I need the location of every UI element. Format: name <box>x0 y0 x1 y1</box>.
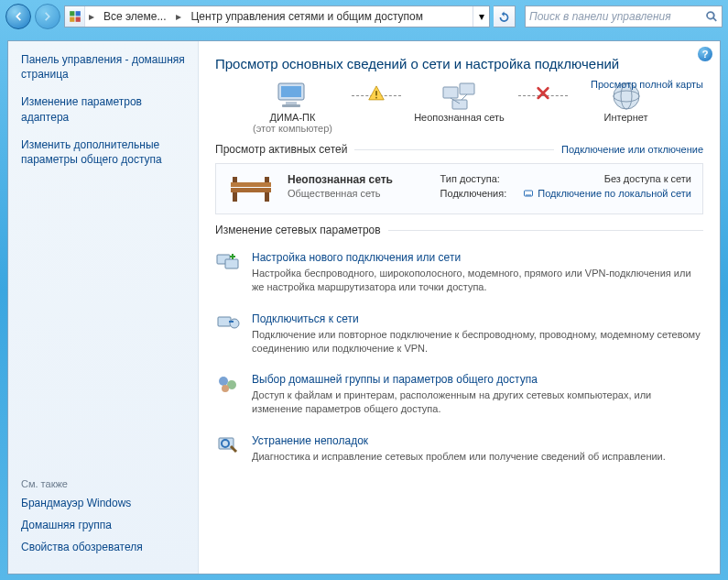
network-name: Неопознанная сеть <box>288 173 393 186</box>
setting-title-link[interactable]: Устранение неполадок <box>252 434 666 447</box>
content-pane: ? Просмотр основных сведений о сети и на… <box>199 41 720 574</box>
crumb-network-center[interactable]: Центр управления сетями и общим доступом <box>185 6 429 27</box>
ethernet-icon <box>523 188 534 199</box>
setting-desc: Настройка беспроводного, широкополосного… <box>252 267 703 294</box>
setting-new-connection: Настройка нового подключения или сети На… <box>215 244 703 305</box>
svg-rect-12 <box>452 100 467 109</box>
network-icon <box>440 81 479 112</box>
search-input[interactable]: Поиск в панели управления <box>525 5 723 27</box>
page-title: Просмотр основных сведений о сети и наст… <box>215 56 703 71</box>
warning-icon <box>368 84 385 104</box>
help-button[interactable]: ? <box>698 47 712 61</box>
svg-rect-19 <box>231 188 271 192</box>
see-also-homegroup[interactable]: Домашняя группа <box>21 519 185 531</box>
svg-point-32 <box>219 377 228 386</box>
chevron-right-icon: ▸ <box>85 6 98 27</box>
crumb-all-items[interactable]: Все элеме... <box>98 6 172 27</box>
setting-desc: Подключение или повторное подключение к … <box>252 328 703 356</box>
sidebar-item-adapter[interactable]: Изменение параметров адаптера <box>21 94 185 124</box>
setting-title-link[interactable]: Настройка нового подключения или сети <box>252 251 703 264</box>
connection-link-label: Подключение по локальной сети <box>538 188 691 199</box>
svg-rect-7 <box>282 104 300 107</box>
setting-homegroup: Выбор домашней группы и параметров общег… <box>215 366 703 427</box>
sidebar-item-sharing[interactable]: Изменить дополнительные параметры общего… <box>21 137 185 167</box>
setting-desc: Доступ к файлам и принтерам, расположенн… <box>252 388 703 416</box>
back-button[interactable] <box>5 4 31 29</box>
node-label: Неопознанная сеть <box>414 112 505 123</box>
new-connection-icon <box>215 251 241 273</box>
svg-rect-25 <box>527 194 527 196</box>
svg-rect-5 <box>281 86 301 97</box>
search-icon <box>705 10 718 23</box>
svg-rect-27 <box>530 194 531 196</box>
error-x-icon <box>536 85 550 103</box>
prop-access-value: Без доступа к сети <box>523 173 691 184</box>
svg-rect-9 <box>375 96 377 98</box>
homegroup-icon <box>215 373 241 395</box>
svg-rect-29 <box>225 259 238 268</box>
svg-rect-26 <box>528 194 529 196</box>
breadcrumb[interactable]: ▸ Все элеме... ▸ Центр управления сетями… <box>64 5 490 27</box>
svg-rect-18 <box>231 182 271 187</box>
refresh-button[interactable] <box>494 5 516 27</box>
svg-rect-2 <box>70 17 74 22</box>
setting-troubleshoot: Устранение неполадок Диагностика и испра… <box>215 427 703 475</box>
svg-rect-20 <box>233 192 237 202</box>
svg-rect-3 <box>75 17 80 22</box>
see-also-internet-options[interactable]: Свойства обозревателя <box>21 541 185 553</box>
node-label: Интернет <box>604 112 648 123</box>
setting-connect-network: Подключиться к сети Подключение или повт… <box>215 305 703 367</box>
setting-desc: Диагностика и исправление сетевых пробле… <box>252 450 666 464</box>
svg-rect-23 <box>265 177 269 182</box>
svg-point-34 <box>222 385 229 392</box>
see-also-header: См. также <box>21 478 185 489</box>
prop-connection-label: Подключения: <box>440 188 507 199</box>
control-panel-icon <box>65 6 85 27</box>
svg-point-31 <box>230 319 239 328</box>
map-node-unknown-network[interactable]: Неопознанная сеть <box>405 81 515 123</box>
sidebar-home-link[interactable]: Панель управления - домашняя страница <box>21 52 185 82</box>
map-node-this-pc[interactable]: ДИМА-ПК (этот компьютер) <box>238 81 348 134</box>
forward-button[interactable] <box>35 4 60 29</box>
see-also-firewall[interactable]: Брандмауэр Windows <box>21 497 185 509</box>
arrow-right-icon <box>41 10 54 23</box>
svg-rect-10 <box>443 87 458 98</box>
setting-title-link[interactable]: Подключиться к сети <box>252 312 703 325</box>
refresh-icon <box>498 11 510 23</box>
bench-icon <box>227 173 275 204</box>
settings-list: Настройка нового подключения или сети На… <box>215 244 703 475</box>
change-settings-header: Изменение сетевых параметров <box>215 224 703 236</box>
network-map: Просмотр полной карты ДИМА-ПК (этот комп… <box>215 81 703 134</box>
active-networks-header: Просмотр активных сетей Подключение или … <box>215 143 703 156</box>
svg-rect-21 <box>265 192 269 202</box>
active-network-props: Тип доступа: Без доступа к сети Подключе… <box>440 173 691 201</box>
svg-rect-11 <box>460 83 474 94</box>
active-network-info[interactable]: Неопознанная сеть Общественная сеть <box>288 173 393 199</box>
svg-rect-0 <box>70 11 74 16</box>
section-label: Изменение сетевых параметров <box>215 224 381 236</box>
map-connector-warning <box>352 95 401 96</box>
svg-rect-6 <box>286 102 297 104</box>
svg-rect-1 <box>75 11 80 16</box>
map-connector-error <box>518 95 568 96</box>
connect-network-icon <box>215 312 241 334</box>
view-full-map-link[interactable]: Просмотр полной карты <box>591 79 703 90</box>
troubleshoot-icon <box>215 434 241 456</box>
connection-link[interactable]: Подключение по локальной сети <box>523 188 691 199</box>
window-client: Панель управления - домашняя страница Из… <box>7 40 721 575</box>
chevron-right-icon: ▸ <box>172 6 185 27</box>
connect-disconnect-link[interactable]: Подключение или отключение <box>561 144 703 155</box>
nav-bar: ▸ Все элеме... ▸ Центр управления сетями… <box>0 0 728 33</box>
breadcrumb-dropdown[interactable]: ▾ <box>473 6 489 27</box>
search-placeholder: Поиск в панели управления <box>529 10 671 23</box>
setting-title-link[interactable]: Выбор домашней группы и параметров общег… <box>252 373 703 386</box>
svg-rect-22 <box>233 177 237 182</box>
prop-access-label: Тип доступа: <box>440 173 507 184</box>
arrow-left-icon <box>12 10 25 23</box>
network-type: Общественная сеть <box>288 188 393 199</box>
svg-line-14 <box>462 94 467 100</box>
node-label: ДИМА-ПК <box>270 112 316 123</box>
svg-rect-30 <box>218 317 231 326</box>
svg-rect-8 <box>375 91 377 95</box>
computer-icon <box>274 81 312 112</box>
